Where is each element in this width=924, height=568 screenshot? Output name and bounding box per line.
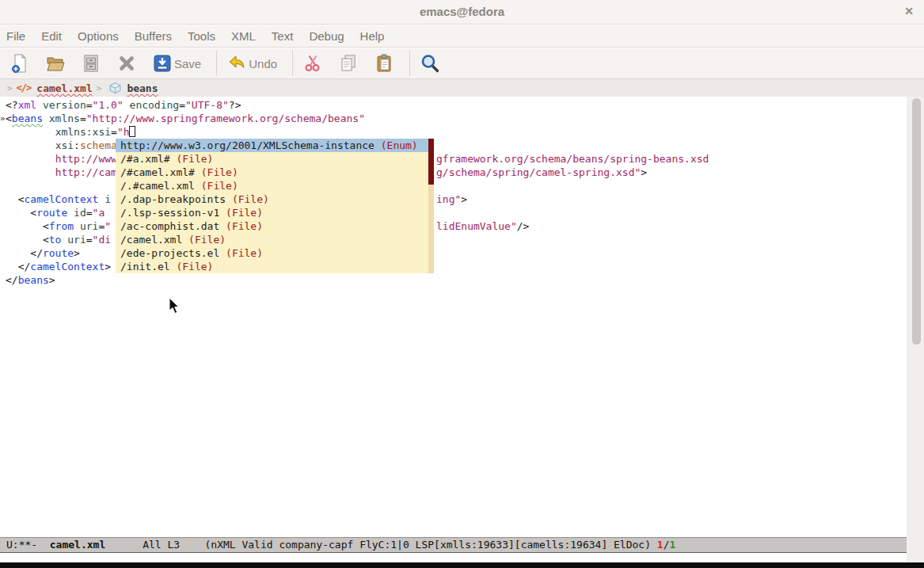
- menu-text[interactable]: Text: [264, 29, 302, 43]
- chevron-right-icon: >: [7, 83, 13, 93]
- paste-button[interactable]: [374, 53, 394, 74]
- minibuffer-echo-area: [0, 553, 907, 562]
- toolbar: Save Undo: [0, 48, 924, 79]
- breadcrumb: > </> camel.xml > beans: [0, 79, 924, 97]
- completion-item[interactable]: /#a.xml# (File): [116, 152, 434, 166]
- open-file-button[interactable]: [45, 53, 66, 74]
- search-icon: [420, 53, 440, 74]
- popup-scrollbar-thumb[interactable]: [428, 139, 434, 185]
- fringe-indicator-icon: »: [0, 112, 6, 125]
- modeline[interactable]: U:**- camel.xml All L3 (nXML Valid compa…: [0, 537, 907, 553]
- completion-item[interactable]: /init.el (File): [116, 260, 434, 273]
- new-file-button[interactable]: [10, 53, 30, 74]
- completion-item[interactable]: /.dap-breakpoints (File): [116, 193, 434, 206]
- cube-icon: [108, 82, 122, 94]
- copy-button[interactable]: [338, 53, 359, 74]
- completion-list: http://www.w3.org/2001/XMLSchema-instanc…: [116, 139, 434, 273]
- titlebar: emacs@fedora ✕: [0, 0, 924, 25]
- menu-xml[interactable]: XML: [223, 29, 264, 43]
- undo-button[interactable]: Undo: [226, 53, 277, 74]
- undo-icon: [226, 53, 247, 74]
- code-right-fragment: ing">: [436, 193, 467, 206]
- completion-item[interactable]: /.#camel.xml (File): [116, 179, 434, 193]
- toolbar-separator: [292, 51, 293, 76]
- scrollbar-thumb[interactable]: [912, 98, 921, 345]
- code-line-2: »<beans xmlns="http://www.springframewor…: [0, 112, 907, 125]
- menu-file[interactable]: File: [6, 29, 33, 43]
- mouse-pointer: [169, 298, 181, 315]
- save-button[interactable]: Save: [152, 53, 201, 74]
- code-right-fragment: lidEnumValue"/>: [436, 219, 529, 233]
- window-title: emacs@fedora: [0, 5, 924, 18]
- completion-item-selected[interactable]: http://www.w3.org/2001/XMLSchema-instanc…: [116, 139, 434, 152]
- menu-debug[interactable]: Debug: [301, 29, 352, 43]
- xml-file-icon: </>: [17, 82, 32, 93]
- breadcrumb-element[interactable]: beans: [127, 82, 158, 94]
- completion-item[interactable]: /ede-projects.el (File): [116, 246, 434, 260]
- menu-edit[interactable]: Edit: [33, 29, 70, 43]
- close-buffer-icon: [116, 53, 137, 74]
- menu-options[interactable]: Options: [70, 29, 127, 43]
- search-button[interactable]: [420, 53, 440, 74]
- code-line-1: <?xml version="1.0" encoding="UTF-8"?>: [0, 98, 907, 112]
- completion-item[interactable]: /.lsp-session-v1 (File): [116, 206, 434, 219]
- save-icon: [152, 53, 173, 74]
- menubar: FileEditOptionsBuffersToolsXMLTextDebugH…: [0, 25, 924, 48]
- menu-help[interactable]: Help: [352, 29, 393, 43]
- cut-button[interactable]: [302, 53, 323, 74]
- close-buffer-button[interactable]: [116, 53, 137, 74]
- cut-icon: [302, 53, 323, 74]
- dired-button[interactable]: [81, 53, 101, 74]
- completion-item[interactable]: /camel.xml (File): [116, 233, 434, 246]
- new-file-icon: [10, 53, 30, 74]
- completion-popup: http://www.w3.org/2001/XMLSchema-instanc…: [116, 139, 434, 273]
- completion-item[interactable]: /#camel.xml# (File): [116, 166, 434, 179]
- code-line-3: xmlns:xsi="h: [0, 125, 907, 139]
- open-folder-icon: [45, 53, 66, 74]
- undo-label: Undo: [249, 57, 277, 71]
- text-cursor: [129, 126, 135, 137]
- code-line-14: </beans>: [0, 273, 907, 287]
- file-cabinet-icon: [81, 53, 101, 74]
- toolbar-separator: [409, 51, 410, 76]
- bottom-edge: [0, 562, 924, 568]
- save-label: Save: [174, 57, 201, 71]
- breadcrumb-file[interactable]: camel.xml: [36, 82, 92, 94]
- copy-icon: [338, 53, 359, 74]
- code-right-fragment: g/schema/spring/camel-spring.xsd">: [436, 166, 647, 179]
- menu-tools[interactable]: Tools: [180, 29, 223, 43]
- menu-buffers[interactable]: Buffers: [127, 29, 180, 43]
- scrollbar[interactable]: [907, 97, 924, 562]
- toolbar-separator: [216, 51, 217, 76]
- paste-icon: [374, 53, 394, 74]
- emacs-window: emacs@fedora ✕ FileEditOptionsBuffersToo…: [0, 0, 924, 568]
- close-icon[interactable]: ✕: [902, 4, 916, 18]
- completion-item[interactable]: /ac-comphist.dat (File): [116, 219, 434, 233]
- popup-scrollbar[interactable]: [428, 139, 434, 273]
- chevron-right-icon: >: [97, 83, 102, 93]
- code-right-fragment: gframework.org/schema/beans/spring-beans…: [436, 152, 709, 166]
